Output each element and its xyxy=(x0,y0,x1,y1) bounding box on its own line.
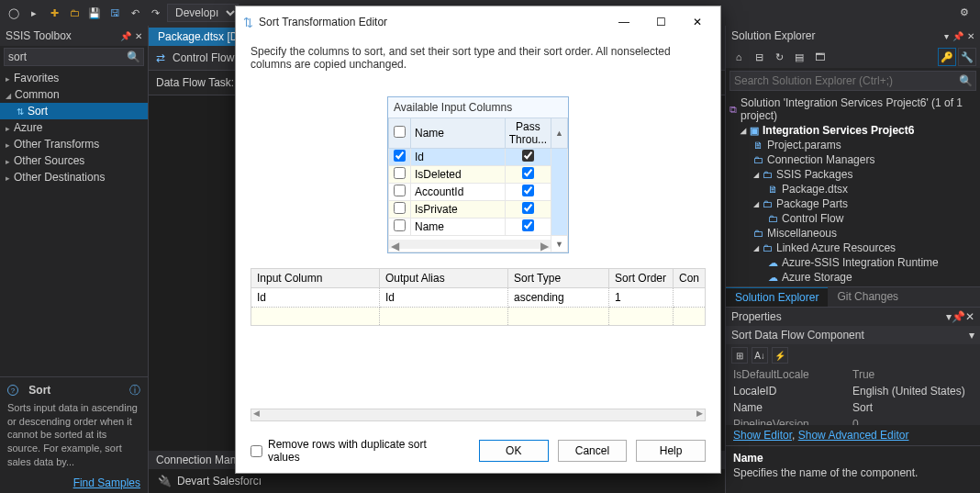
tab-git-changes[interactable]: Git Changes xyxy=(828,287,908,307)
pass-check[interactable] xyxy=(522,185,534,196)
row-check[interactable] xyxy=(394,202,406,214)
wrench-icon[interactable]: 🔧 xyxy=(958,48,976,66)
redo-icon[interactable]: ↷ xyxy=(147,5,163,21)
nav-back-icon[interactable]: ◯ xyxy=(6,5,22,21)
group-favorites[interactable]: Favorites xyxy=(0,70,148,86)
se-search-input[interactable] xyxy=(729,71,976,91)
toolbox-search-input[interactable] xyxy=(4,48,144,66)
col-type[interactable]: Sort Type xyxy=(507,269,608,288)
pass-check[interactable] xyxy=(522,202,534,214)
node-pkg[interactable]: 🗎Package.dtsx xyxy=(726,182,980,196)
key-icon[interactable]: 🔑 xyxy=(938,48,956,66)
pin-icon[interactable]: 📌 xyxy=(120,31,131,41)
dialog-titlebar: ⇅ Sort Transformation Editor — ☐ ✕ xyxy=(236,6,720,38)
node-misc[interactable]: 🗀Miscellaneous xyxy=(726,226,980,241)
ok-button[interactable]: OK xyxy=(479,440,549,462)
refresh-icon[interactable]: ↻ xyxy=(770,48,788,66)
row-check[interactable] xyxy=(394,219,406,231)
group-other-transforms[interactable]: Other Transforms xyxy=(0,136,148,152)
show-editor-link[interactable]: Show Editor xyxy=(733,429,792,442)
pass-check[interactable] xyxy=(522,219,534,231)
prop-row[interactable]: LocaleIDEnglish (United States) xyxy=(726,383,980,399)
group-other-destinations[interactable]: Other Destinations xyxy=(0,169,148,185)
close-button[interactable]: ✕ xyxy=(682,12,713,32)
node-connmgr[interactable]: 🗀Connection Managers xyxy=(726,152,980,167)
tab-solution-explorer[interactable]: Solution Explorer xyxy=(726,287,828,307)
search-icon[interactable]: 🔍 xyxy=(959,74,973,87)
dropdown-icon[interactable]: ▾ xyxy=(969,329,974,342)
close-icon[interactable]: ✕ xyxy=(967,31,974,41)
prop-row[interactable]: NameSort xyxy=(726,399,980,416)
close-icon[interactable]: ✕ xyxy=(965,310,974,323)
cancel-button[interactable]: Cancel xyxy=(558,440,628,462)
new-row[interactable] xyxy=(251,308,706,326)
col-input[interactable]: Input Column xyxy=(251,269,380,288)
control-flow-tab[interactable]: Control Flow xyxy=(173,51,234,64)
search-icon[interactable]: 🔍 xyxy=(127,50,140,63)
help-icon[interactable]: ⓘ xyxy=(129,383,140,398)
collapse-icon[interactable]: ⊟ xyxy=(750,48,768,66)
col-order[interactable]: Sort Order xyxy=(608,269,673,288)
maximize-button[interactable]: ☐ xyxy=(645,12,676,32)
col-name[interactable]: Name xyxy=(411,118,506,149)
node-azstor[interactable]: ☁Azure Storage xyxy=(726,270,980,285)
properties-object[interactable]: Sort Data Flow Component xyxy=(731,329,864,342)
row-check[interactable] xyxy=(394,150,406,162)
find-samples-link[interactable]: Find Samples xyxy=(73,476,140,489)
nav-fwd-icon[interactable]: ▸ xyxy=(26,5,42,21)
avail-row[interactable]: Name xyxy=(389,218,568,236)
scroll-down[interactable]: ▼ xyxy=(551,236,568,252)
cat-icon[interactable]: ⊞ xyxy=(731,347,748,364)
row-check[interactable] xyxy=(394,167,406,179)
minimize-button[interactable]: — xyxy=(608,12,640,32)
config-select[interactable]: Developı xyxy=(167,4,239,22)
events-icon[interactable]: ⚡ xyxy=(772,347,788,364)
node-ctrlflow[interactable]: 🗀Control Flow xyxy=(726,211,980,226)
avail-row[interactable]: IsPrivate xyxy=(389,201,568,218)
showall-icon[interactable]: ▤ xyxy=(790,48,808,66)
save-icon[interactable]: 💾 xyxy=(86,5,103,21)
group-common[interactable]: Common xyxy=(0,86,148,103)
toolbox-title-text: SSIS Toolbox xyxy=(6,29,72,42)
col-passthrough[interactable]: Pass Throu... xyxy=(505,118,551,149)
avail-row[interactable]: AccountId xyxy=(389,184,568,201)
avail-row[interactable]: Id xyxy=(389,149,568,166)
sort-row[interactable]: Id Id ascending 1 xyxy=(251,288,706,308)
avail-row[interactable]: IsDeleted xyxy=(389,166,568,184)
scroll-up[interactable]: ▲ xyxy=(551,118,568,149)
select-all-checkbox[interactable] xyxy=(389,118,411,149)
col-comp[interactable]: Con xyxy=(673,269,705,288)
show-advanced-link[interactable]: Show Advanced Editor xyxy=(798,429,909,442)
remove-duplicates-checkbox[interactable]: Remove rows with duplicate sort values xyxy=(251,438,461,464)
dropdown-icon[interactable]: ▾ xyxy=(944,31,949,41)
home-icon[interactable]: ⌂ xyxy=(729,48,748,66)
close-icon[interactable]: ✕ xyxy=(135,31,142,41)
group-azure[interactable]: Azure xyxy=(0,119,148,136)
node-azir[interactable]: ☁Azure-SSIS Integration Runtime xyxy=(726,255,980,270)
toolbox-item-sort[interactable]: ⇅ Sort xyxy=(0,103,148,119)
pin-icon[interactable]: 📌 xyxy=(952,31,963,41)
pass-check[interactable] xyxy=(522,167,534,179)
pin-icon[interactable]: 📌 xyxy=(952,310,965,323)
props-icon[interactable]: 🗔 xyxy=(810,48,829,66)
node-ssispkgs[interactable]: ◢🗀SSIS Packages xyxy=(726,167,980,182)
prop-row[interactable]: PipelineVersion0 xyxy=(726,416,980,425)
open-icon[interactable]: 🗀 xyxy=(66,5,83,21)
node-params[interactable]: 🗎Project.params xyxy=(726,138,980,152)
project-node[interactable]: ◢▣Integration Services Project6 xyxy=(726,123,980,138)
prop-row[interactable]: IsDefaultLocaleTrue xyxy=(726,366,980,383)
node-pkgparts[interactable]: ◢🗀Package Parts xyxy=(726,196,980,211)
undo-icon[interactable]: ↶ xyxy=(127,5,143,21)
settings-icon[interactable]: ⚙ xyxy=(956,4,973,20)
node-linked[interactable]: ◢🗀Linked Azure Resources xyxy=(726,241,980,255)
help-button[interactable]: Help xyxy=(636,440,706,462)
az-icon[interactable]: A↓ xyxy=(752,347,768,364)
group-other-sources[interactable]: Other Sources xyxy=(0,152,148,169)
new-icon[interactable]: ✚ xyxy=(46,5,62,21)
row-check[interactable] xyxy=(394,185,406,196)
pass-check[interactable] xyxy=(522,150,534,162)
saveall-icon[interactable]: 🖫 xyxy=(106,5,123,21)
solution-root[interactable]: ⧉Solution 'Integration Services Project6… xyxy=(726,95,980,123)
horizontal-scrollbar[interactable] xyxy=(251,409,706,421)
col-alias[interactable]: Output Alias xyxy=(379,269,507,288)
